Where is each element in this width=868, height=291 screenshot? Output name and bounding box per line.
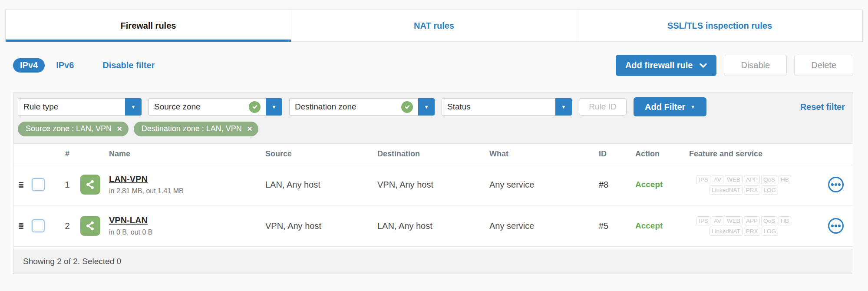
rule-type-dropdown-value: Rule type <box>18 98 125 116</box>
table-row: 1 LAN-VPN in 2.81 MB, out 1.41 MB LAN, A… <box>13 164 853 205</box>
header-number: # <box>54 149 80 159</box>
rule-id: #5 <box>599 221 635 231</box>
chevron-down-icon: ▼ <box>690 104 695 109</box>
add-filter-label: Add Filter <box>645 102 685 112</box>
feature-badges: IPS AV WEB APP QoS HB LinkedNAT PRX LOG <box>689 216 799 236</box>
destination-zone-label: Destination zone <box>295 102 356 112</box>
feature-badge: AV <box>712 216 723 225</box>
feature-badge: QoS <box>761 175 777 184</box>
feature-badge: PRX <box>744 227 760 236</box>
row-number: 1 <box>54 179 80 190</box>
rule-name-link[interactable]: LAN-VPN <box>109 174 265 184</box>
chip-source-zone-label: Source zone : LAN, VPN <box>26 124 112 133</box>
chip-destination-zone-label: Destination zone : LAN, VPN <box>142 124 242 133</box>
status-label: Status <box>447 102 471 112</box>
ipv4-toggle[interactable]: IPv4 <box>13 58 45 73</box>
rule-destination: LAN, Any host <box>377 221 489 231</box>
dropdown-arrow-icon: ▼ <box>555 98 572 116</box>
tab-firewall-rules[interactable]: Firewall rules <box>6 10 291 41</box>
rule-type-label: Rule type <box>23 102 58 112</box>
rule-action: Accept <box>635 180 689 189</box>
feature-badge: IPS <box>696 175 710 184</box>
status-dropdown[interactable]: Status ▼ <box>442 98 572 116</box>
row-menu-ellipsis-icon[interactable] <box>828 218 844 234</box>
chip-close-icon[interactable]: ✕ <box>247 125 253 133</box>
feature-badge: LOG <box>762 185 779 195</box>
row-number: 2 <box>54 221 80 231</box>
feature-badge: AV <box>712 175 723 184</box>
rules-panel: Rule type ▼ Source zone ▼ Destination zo… <box>13 93 853 274</box>
source-zone-dropdown[interactable]: Source zone ▼ <box>149 98 282 116</box>
table-row: 2 VPN-LAN in 0 B, out 0 B VPN, Any host … <box>13 205 853 247</box>
chip-destination-zone: Destination zone : LAN, VPN ✕ <box>134 122 259 136</box>
rule-source: VPN, Any host <box>265 221 377 231</box>
rule-name-link[interactable]: VPN-LAN <box>109 215 265 225</box>
firewall-rules-page: Firewall rules NAT rules SSL/TLS inspect… <box>0 10 868 291</box>
chip-close-icon[interactable]: ✕ <box>117 125 122 133</box>
rule-source: LAN, Any host <box>265 180 377 190</box>
disable-filter-link[interactable]: Disable filter <box>102 60 155 70</box>
row-menu-ellipsis-icon[interactable] <box>828 177 844 192</box>
row-checkbox[interactable] <box>32 219 45 232</box>
disable-button[interactable]: Disable <box>724 55 787 76</box>
tab-ssl-tls-label: SSL/TLS inspection rules <box>667 21 772 31</box>
tab-nat-rules[interactable]: NAT rules <box>291 10 577 41</box>
feature-badge: APP <box>744 216 760 225</box>
active-filter-chips: Source zone : LAN, VPN ✕ Destination zon… <box>13 120 853 143</box>
dropdown-arrow-icon: ▼ <box>125 98 142 116</box>
feature-badge: WEB <box>725 216 743 225</box>
header-action: Action <box>635 149 689 159</box>
toolbar-actions: Add firewall rule Disable Delete <box>616 55 853 76</box>
add-firewall-rule-button[interactable]: Add firewall rule <box>616 55 717 76</box>
feature-badge: LinkedNAT <box>710 227 743 236</box>
header-destination: Destination <box>377 149 489 159</box>
tab-ssl-tls-inspection-rules[interactable]: SSL/TLS inspection rules <box>577 10 862 41</box>
rule-id: #8 <box>599 180 635 190</box>
header-source: Source <box>265 149 377 159</box>
table-header: # Name Source Destination What ID Action… <box>13 143 853 164</box>
destination-zone-dropdown-value: Destination zone <box>289 98 418 116</box>
ipv6-toggle[interactable]: IPv6 <box>56 60 74 70</box>
source-zone-dropdown-value: Source zone <box>149 98 266 116</box>
feature-badge: PRX <box>744 185 760 195</box>
drag-handle-icon[interactable] <box>19 182 32 188</box>
filter-applied-check-icon <box>249 101 261 113</box>
feature-badges: IPS AV WEB APP QoS HB LinkedNAT PRX LOG <box>689 175 799 195</box>
feature-badge: WEB <box>725 175 743 184</box>
feature-badge: QoS <box>761 216 777 225</box>
chevron-down-icon <box>700 63 707 68</box>
add-filter-button[interactable]: Add Filter ▼ <box>634 97 706 116</box>
row-checkbox[interactable] <box>32 178 45 191</box>
feature-badge: HB <box>779 175 791 184</box>
rule-id-input[interactable] <box>579 98 627 116</box>
delete-button[interactable]: Delete <box>794 55 853 76</box>
filter-applied-check-icon <box>401 101 413 113</box>
dropdown-arrow-icon: ▼ <box>266 98 282 116</box>
toolbar: IPv4 IPv6 Disable filter Add firewall ru… <box>13 55 853 76</box>
feature-badge: APP <box>744 175 760 184</box>
header-name: Name <box>109 149 265 159</box>
reset-filter-link[interactable]: Reset filter <box>800 102 848 112</box>
destination-zone-dropdown[interactable]: Destination zone ▼ <box>289 98 435 116</box>
feature-badge: LOG <box>762 227 779 236</box>
rule-tabs: Firewall rules NAT rules SSL/TLS inspect… <box>5 10 863 42</box>
tab-nat-rules-label: NAT rules <box>414 21 454 31</box>
rule-share-icon <box>80 175 100 195</box>
add-firewall-rule-label: Add firewall rule <box>625 60 693 70</box>
rule-destination: VPN, Any host <box>377 180 489 190</box>
rule-what: Any service <box>489 221 599 231</box>
rule-type-dropdown[interactable]: Rule type ▼ <box>18 98 142 116</box>
header-what: What <box>489 149 599 159</box>
rule-share-icon <box>80 216 100 236</box>
filter-bar: Rule type ▼ Source zone ▼ Destination zo… <box>13 93 853 120</box>
drag-handle-icon[interactable] <box>19 223 32 229</box>
feature-badge: LinkedNAT <box>710 185 743 195</box>
status-dropdown-value: Status <box>442 98 555 116</box>
feature-badge: HB <box>779 216 791 225</box>
active-tab-indicator <box>6 40 291 42</box>
header-id: ID <box>599 149 635 159</box>
source-zone-label: Source zone <box>154 102 201 112</box>
rule-action: Accept <box>635 221 689 231</box>
rule-what: Any service <box>489 180 599 190</box>
header-feature-and-service: Feature and service <box>689 149 828 159</box>
